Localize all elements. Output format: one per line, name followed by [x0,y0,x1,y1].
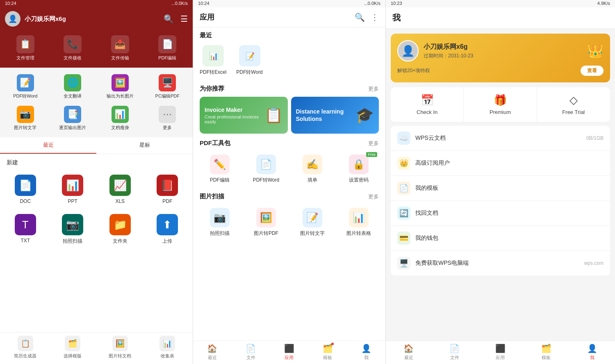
wps-cloud-menu[interactable]: ☁️ WPS云文档 0B/1GB [391,126,610,151]
nav-template-p3[interactable]: 🗂️ 模板 [523,344,569,361]
file-receive-icon: 📞 [64,35,82,53]
panel3-header: 我 [386,7,615,29]
pc-edit-pdf-btn[interactable]: 🖥️ PC编辑PDF [144,71,191,102]
invoice-banner-subtitle: Creat professional invoices easily [205,114,264,124]
img-to-doc-btn[interactable]: 🖼️ 图片转文档 [96,336,144,359]
scan-section-header: 图片扫描 更多 [193,189,385,203]
collect-btn[interactable]: 📊 收集表 [144,336,191,359]
export-long-img-label: 输出为长图片 [107,93,134,99]
img-to-text-tool[interactable]: 📝 图片转文字 [289,205,336,240]
profile-card: 👤 小刀娱乐网x6g 过期时间：2031-10-23 👑 解锁20+项特权 查看 [391,34,610,82]
nav-recent-p3[interactable]: 🏠 最近 [386,344,432,361]
file-receive-btn[interactable]: 📞 文件接收 [49,34,97,63]
img-to-text-btn[interactable]: 📷 图片转文字 [2,102,49,134]
menu-icon-p1[interactable]: ☰ [180,14,188,24]
more-icon-p2[interactable]: ⋮ [371,12,379,22]
more-label-p1: 更多 [163,125,172,131]
check-in-btn[interactable]: 📅 Check In [391,87,464,122]
nav-file-p3[interactable]: 📄 文件 [432,344,478,361]
pdf-to-word-app[interactable]: 📝 PDF转Word [236,45,262,76]
profile-expire: 过期时间：2031-10-23 [424,52,473,59]
pdf-edit-btn[interactable]: 📄 PDF编辑 [144,34,191,63]
new-txt-btn[interactable]: T TXT [3,211,48,248]
nav-me-p2[interactable]: 👤 我 [347,344,385,361]
doc-slim-btn[interactable]: 📊 文档瘦身 [96,102,144,134]
svg-text:📝: 📝 [246,52,255,61]
nav-template-icon-p3: 🗂️ [541,344,551,353]
avatar-p1[interactable]: 👤 [5,11,20,27]
pdf-to-excel-app[interactable]: 📊 PDF转Excel [200,45,226,76]
check-privileges-btn[interactable]: 查看 [581,66,604,76]
img-to-table-label: 图片转表格 [346,230,371,237]
nav-template-label-p3: 模板 [542,355,551,361]
pdf-to-word-icon-p2: 📝 [239,45,260,66]
new-ppt-btn[interactable]: 📊 PPT [51,171,95,207]
new-scan-btn[interactable]: 📷 拍照扫描 [51,211,95,248]
nav-file-p2[interactable]: 📄 文件 [232,344,270,361]
panel1-header: 👤 小刀娱乐网x6g 🔍 ☰ [0,7,193,30]
search-icon-p2[interactable]: 🔍 [355,12,365,22]
new-xls-btn[interactable]: 📈 XLS [98,171,142,207]
file-manage-btn[interactable]: 📋 文件管理 [2,34,49,63]
set-password-tool[interactable]: Free 🔒 设置密码 [336,151,382,187]
nav-app-p3[interactable]: ⬛ 应用 [478,344,524,361]
more-btn-p1[interactable]: ⋯ 更多 [144,102,191,134]
fill-form-tool-label: 填单 [308,177,317,184]
fill-form-tool[interactable]: ✍️ 填单 [289,151,336,187]
menu-list: ☁️ WPS云文档 0B/1GB 👑 高级订阅用户 📄 我的模板 🔄 找回文档 … [391,126,610,275]
template-btn[interactable]: 🗂️ 选择模版 [49,336,97,359]
crown-icon: 👑 [587,43,604,59]
search-icon-p1[interactable]: 🔍 [164,14,174,24]
tab-recent-p1[interactable]: 最近 [0,137,96,154]
pdf-to-word-btn[interactable]: 📝 PDF转Word [2,71,49,102]
nav-file-label-p3: 文件 [450,355,459,361]
new-scan-icon: 📷 [62,214,83,235]
avatar-p3[interactable]: 👤 [397,40,419,61]
new-xls-icon: 📈 [109,175,131,196]
recover-doc-menu[interactable]: 🔄 找回文档 [391,201,610,226]
status-bar-p3: 10:23 4.9K/s [386,0,615,7]
set-password-tool-icon: 🔒 [349,155,369,174]
invoice-maker-banner[interactable]: Invoice Maker Creat professional invoice… [200,97,288,134]
pdf-edit-tool[interactable]: ✏️ PDF编辑 [196,151,243,187]
page-export-btn[interactable]: 📑 逐页输出图片 [49,102,97,134]
nav-me-p3[interactable]: 👤 我 [569,344,615,361]
new-doc-btn[interactable]: 📄 DOC [3,171,48,207]
panel3-title: 我 [392,12,401,23]
pdf-to-word-tool[interactable]: 📄 PDF转Word [243,151,289,187]
new-pdf-btn[interactable]: 📕 PDF [146,171,190,207]
my-template-menu[interactable]: 📄 我的模板 [391,176,610,201]
recommend-more-btn[interactable]: 更多 [368,85,379,93]
new-upload-btn[interactable]: ⬆ 上传 [146,211,190,248]
new-txt-icon: T [15,214,36,235]
my-wallet-icon: 💳 [397,232,410,245]
resume-btn[interactable]: 📋 简历生成器 [2,336,49,359]
nav-recent-label-p2: 最近 [208,355,217,361]
translate-btn[interactable]: 🌐 全文翻译 [49,71,97,102]
img-to-pdf-tool[interactable]: 🖼️ 图片转PDF [243,205,289,240]
recommend-section-header: 为你推荐 更多 [193,81,385,95]
scan-more-btn[interactable]: 更多 [368,193,379,200]
photo-scan-tool[interactable]: 📷 拍照扫描 [196,205,243,240]
file-transfer-btn[interactable]: 📤 文件传输 [96,34,144,63]
nav-app-p2[interactable]: ⬛ 应用 [270,344,309,361]
nav-recent-p2[interactable]: 🏠 最近 [193,344,232,361]
pdf-to-excel-icon: 📊 [203,45,224,66]
get-wps-pc-menu[interactable]: 🖥️ 免费获取WPS电脑端 wps.com [391,251,610,275]
pdf-edit-tool-icon: ✏️ [210,155,230,174]
free-trial-btn[interactable]: ◇ Free Trial [537,87,610,122]
tab-starred-p1[interactable]: 星标 [96,137,193,154]
new-scan-label: 拍照扫描 [63,238,82,245]
nav-template-p2[interactable]: 🗂️ 模板 [308,344,347,361]
export-long-img-btn[interactable]: 🖼️ 输出为长图片 [96,71,144,102]
new-folder-btn[interactable]: 📁 文件夹 [98,211,142,248]
img-to-table-tool[interactable]: 📊 图片转表格 [336,205,382,240]
panel3: 10:23 4.9K/s 我 👤 小刀娱乐网x6g 过期时间：2031-10-2… [385,0,615,364]
pdf-tools-more-btn[interactable]: 更多 [368,140,379,147]
premium-btn[interactable]: 🎁 Premium [464,87,537,122]
img-to-text-label-p2: 图片转文字 [300,230,325,237]
premium-user-menu[interactable]: 👑 高级订阅用户 [391,151,610,176]
distance-learning-banner[interactable]: Distance learningSolutions 🎓 [291,97,379,134]
my-wallet-menu[interactable]: 💳 我的钱包 [391,226,610,251]
scan-title: 图片扫描 [200,193,224,200]
